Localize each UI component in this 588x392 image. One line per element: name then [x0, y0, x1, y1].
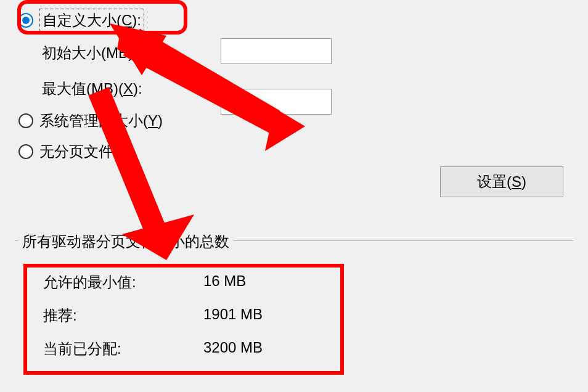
totals-section: 允许的最小值: 16 MB 推荐: 1901 MB 当前已分配: 3200 MB — [43, 272, 339, 372]
initial-size-input[interactable] — [221, 38, 332, 64]
totals-row-min: 允许的最小值: 16 MB — [43, 272, 339, 292]
current-allocated-value: 3200 MB — [203, 339, 339, 359]
radio-system-managed[interactable] — [18, 113, 33, 128]
recommended-label: 推荐: — [43, 306, 203, 325]
radio-no-paging-label: 无分页文件(N) — [39, 142, 134, 161]
set-button[interactable]: 设置(S) — [440, 166, 563, 197]
min-allowed-value: 16 MB — [203, 272, 339, 292]
totals-row-recommended: 推荐: 1901 MB — [43, 306, 339, 325]
radio-system-managed-label: 系统管理的大小(Y) — [39, 111, 163, 131]
initial-size-label: 初始大小(MB)(I): — [42, 43, 151, 63]
radio-no-paging[interactable] — [18, 144, 33, 159]
min-allowed-label: 允许的最小值: — [43, 272, 203, 292]
max-size-input[interactable] — [221, 89, 332, 115]
recommended-value: 1901 MB — [203, 306, 339, 325]
max-size-label: 最大值(MB)(X): — [42, 79, 142, 99]
groupbox-legend: 所有驱动器分页文件大小的总数 — [18, 232, 233, 251]
current-allocated-label: 当前已分配: — [43, 339, 203, 359]
radio-custom-size[interactable] — [18, 13, 33, 28]
totals-row-current: 当前已分配: 3200 MB — [43, 339, 339, 359]
radio-custom-size-label: 自定义大小(C): — [39, 9, 144, 32]
